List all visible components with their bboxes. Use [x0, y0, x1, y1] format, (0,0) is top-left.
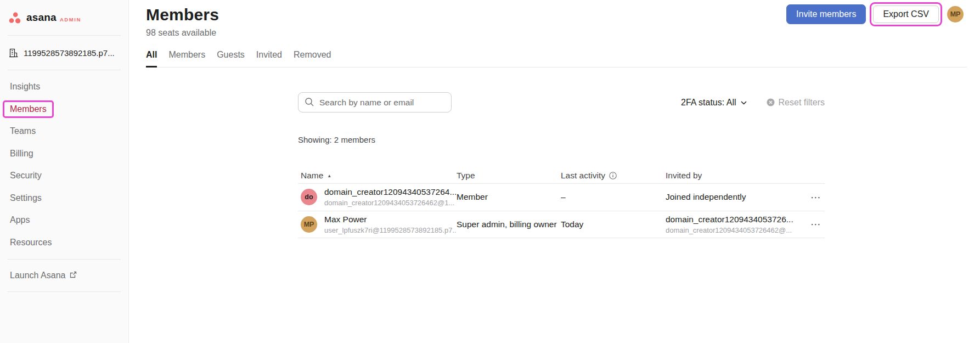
- sidebar-item-label: Teams: [10, 126, 36, 136]
- sidebar-item-label: Settings: [10, 193, 42, 203]
- annotation-highlight-export-csv: Export CSV: [870, 2, 942, 26]
- page-header: Members 98 seats available Invite member…: [129, 0, 980, 38]
- member-invited-by: Joined independently: [666, 192, 801, 202]
- member-tabs: All Members Guests Invited Removed: [146, 50, 967, 68]
- asana-admin-logo[interactable]: asana ADMIN: [0, 0, 128, 35]
- seats-available: 98 seats available: [146, 28, 980, 38]
- annotation-highlight-members: Members: [3, 100, 54, 118]
- column-header-name[interactable]: Name ▲: [298, 171, 457, 181]
- sidebar-item-insights[interactable]: Insights: [0, 76, 128, 98]
- member-avatar: do: [301, 189, 317, 205]
- organization-icon: [9, 48, 18, 58]
- sort-ascending-icon: ▲: [327, 173, 331, 178]
- launch-asana-label: Launch Asana: [10, 271, 65, 280]
- asana-logo-icon: [9, 12, 22, 24]
- table-header: Name ▲ Type Last activity: [298, 168, 825, 184]
- member-invited-by: domain_creator1209434053726... domain_cr…: [666, 215, 801, 234]
- column-header-type[interactable]: Type: [457, 171, 561, 181]
- asana-admin-console: asana ADMIN 1199528573892185.p7... Insig…: [0, 0, 980, 343]
- sidebar-item-security[interactable]: Security: [0, 165, 128, 187]
- sidebar-item-label: Insights: [10, 82, 40, 92]
- sidebar-item-label: Security: [10, 171, 42, 181]
- row-menu-button[interactable]: ⋯: [810, 219, 821, 229]
- member-email: domain_creator1209434053726462@1...: [324, 199, 457, 207]
- 2fa-status-label: 2FA status: All: [681, 98, 736, 108]
- filter-controls: 2FA status: All: [681, 98, 825, 108]
- column-header-invited-by[interactable]: Invited by: [666, 171, 801, 181]
- search-icon: [305, 97, 314, 107]
- sidebar-divider: [8, 291, 121, 292]
- results-summary: Showing: 2 members: [298, 135, 825, 144]
- organization-selector[interactable]: 1199528573892185.p7...: [0, 36, 128, 70]
- export-csv-button[interactable]: Export CSV: [873, 5, 939, 23]
- invite-members-button[interactable]: Invite members: [786, 4, 866, 24]
- sidebar-nav: Insights Members Teams Billing Security …: [0, 70, 128, 259]
- column-header-last-activity[interactable]: Last activity: [561, 171, 666, 181]
- 2fa-status-filter[interactable]: 2FA status: All: [681, 98, 747, 108]
- tab-guests[interactable]: Guests: [217, 50, 245, 67]
- admin-label: ADMIN: [60, 16, 81, 23]
- user-avatar[interactable]: MP: [947, 6, 964, 23]
- sidebar-item-resources[interactable]: Resources: [0, 232, 128, 254]
- member-email: user_lpfuszk7ri@1199528573892185.p7...: [324, 226, 457, 234]
- member-last-activity: –: [561, 192, 666, 202]
- info-icon: [609, 172, 617, 179]
- sidebar: asana ADMIN 1199528573892185.p7... Insig…: [0, 0, 129, 343]
- filters-toolbar: 2FA status: All: [298, 92, 825, 113]
- tab-invited[interactable]: Invited: [256, 50, 282, 67]
- brand-name: asana: [26, 12, 57, 24]
- member-type: Super admin, billing owner: [457, 220, 561, 229]
- sidebar-item-apps[interactable]: Apps: [0, 209, 128, 232]
- organization-id: 1199528573892185.p7...: [24, 48, 115, 58]
- sidebar-item-label: Billing: [10, 149, 33, 159]
- sidebar-item-billing[interactable]: Billing: [0, 143, 128, 165]
- sidebar-item-teams[interactable]: Teams: [0, 120, 128, 143]
- tab-removed[interactable]: Removed: [294, 50, 331, 67]
- main-content: Members 98 seats available Invite member…: [129, 0, 980, 343]
- member-avatar: MP: [301, 216, 317, 233]
- reset-filters-button[interactable]: Reset filters: [767, 98, 825, 108]
- sidebar-item-settings[interactable]: Settings: [0, 187, 128, 210]
- member-name: Max Power: [324, 215, 457, 224]
- external-link-icon: [70, 271, 77, 278]
- sidebar-item-launch-asana[interactable]: Launch Asana: [0, 260, 128, 291]
- member-name-cell: MP Max Power user_lpfuszk7ri@11995285738…: [298, 215, 457, 234]
- table-row: MP Max Power user_lpfuszk7ri@11995285738…: [298, 211, 825, 239]
- members-panel: 2FA status: All: [298, 92, 825, 238]
- table-row: do domain_creator12094340537264... domai…: [298, 184, 825, 211]
- tab-members[interactable]: Members: [168, 50, 205, 67]
- member-name: domain_creator12094340537264...: [324, 187, 457, 197]
- search-box: [298, 92, 452, 113]
- tab-all[interactable]: All: [146, 50, 157, 67]
- sidebar-item-label: Apps: [10, 215, 30, 225]
- header-actions: Invite members Export CSV MP: [786, 0, 964, 29]
- search-input[interactable]: [298, 92, 452, 113]
- member-name-cell: do domain_creator12094340537264... domai…: [298, 187, 457, 207]
- chevron-down-icon: [741, 101, 747, 105]
- members-table: Name ▲ Type Last activity: [298, 168, 825, 238]
- reset-filters-icon: [767, 98, 775, 106]
- reset-filters-label: Reset filters: [779, 98, 825, 108]
- row-menu-button[interactable]: ⋯: [810, 192, 821, 203]
- member-last-activity: Today: [561, 220, 666, 229]
- sidebar-item-label: Resources: [10, 238, 52, 248]
- sidebar-item-members[interactable]: Members: [0, 98, 128, 121]
- member-type: Member: [457, 192, 561, 202]
- table-body: do domain_creator12094340537264... domai…: [298, 184, 825, 238]
